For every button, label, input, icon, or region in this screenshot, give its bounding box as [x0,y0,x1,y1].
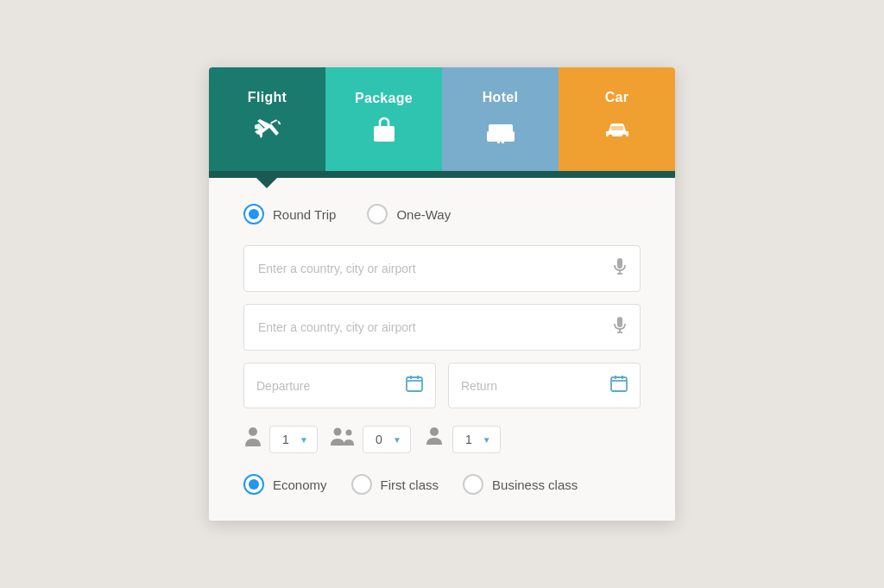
departure-calendar-icon [406,375,423,396]
one-way-radio[interactable] [367,204,388,224]
round-trip-option[interactable]: Round Trip [243,204,336,224]
children-dropdown-arrow: ▼ [393,435,401,445]
tab-hotel[interactable]: Hotel [442,67,559,171]
tab-car-label: Car [605,90,629,105]
children-icon [330,426,356,453]
destination-field[interactable] [243,304,641,351]
first-class-label: First class [381,477,439,492]
return-field[interactable]: Return [448,363,641,408]
svg-point-9 [622,134,626,138]
return-calendar-icon [610,375,628,396]
svg-point-4 [494,126,498,130]
infants-dropdown-arrow: ▼ [483,435,491,445]
trip-type-row: Round Trip One-Way [243,204,641,224]
car-icon [602,114,633,149]
infants-count: 1 [462,433,476,446]
economy-option[interactable]: Economy [243,474,327,495]
one-way-option[interactable]: One-Way [367,204,451,224]
tab-active-bar [209,171,675,178]
svg-point-27 [345,430,351,436]
round-trip-radio[interactable] [243,204,264,224]
infants-group: 1 ▼ [423,426,501,453]
one-way-label: One-Way [396,207,451,222]
tab-flight[interactable]: Flight [209,67,325,171]
return-placeholder: Return [461,379,497,393]
destination-input[interactable] [258,320,614,334]
adult-icon [243,426,262,453]
svg-rect-6 [497,140,500,143]
svg-point-25 [249,427,257,436]
svg-rect-0 [374,126,395,142]
svg-point-26 [333,428,341,436]
tab-car[interactable]: Car [559,67,675,171]
economy-dot [249,479,259,490]
date-row: Departure Return [243,363,641,408]
infant-icon [423,426,445,453]
tab-package[interactable]: Package [325,67,442,171]
hotel-icon [485,114,516,149]
origin-input[interactable] [258,262,614,275]
children-count: 0 [372,433,386,446]
svg-rect-7 [502,140,504,143]
tab-hotel-label: Hotel [483,90,519,105]
svg-rect-14 [617,317,622,327]
tab-flight-label: Flight [248,90,287,105]
svg-rect-17 [407,377,422,391]
business-class-radio[interactable] [463,474,483,495]
round-trip-dot [249,209,259,219]
svg-rect-11 [617,258,622,269]
svg-point-28 [430,427,439,436]
business-class-label: Business class [492,477,578,492]
children-group: 0 ▼ [330,426,411,453]
origin-field[interactable] [243,245,641,292]
economy-radio[interactable] [243,474,264,495]
svg-point-8 [608,134,612,138]
departure-placeholder: Departure [256,379,310,393]
tab-package-label: Package [355,91,413,106]
infants-select[interactable]: 1 ▼ [452,426,501,453]
package-icon [369,115,399,149]
adult-dropdown-arrow: ▼ [300,435,308,445]
round-trip-label: Round Trip [273,207,336,222]
destination-mic-icon [614,317,626,338]
adult-select[interactable]: 1 ▼ [269,426,318,453]
passengers-row: 1 ▼ 0 ▼ [243,426,641,453]
tab-bar: Flight Package Hotel [209,67,675,171]
cabin-class-row: Economy First class Business class [243,474,641,495]
children-select[interactable]: 0 ▼ [363,426,411,453]
svg-rect-21 [611,377,627,391]
origin-mic-icon [614,258,626,279]
first-class-option[interactable]: First class [351,474,439,495]
svg-rect-5 [502,126,510,131]
departure-field[interactable]: Departure [243,363,436,408]
form-body: Round Trip One-Way [209,178,675,521]
economy-label: Economy [273,477,327,492]
svg-rect-10 [611,126,623,130]
flight-icon [252,114,283,149]
svg-rect-1 [382,130,387,133]
adult-group: 1 ▼ [243,426,318,453]
first-class-radio[interactable] [351,474,372,495]
business-class-option[interactable]: Business class [463,474,578,495]
tab-pointer [256,178,277,188]
adult-count: 1 [279,433,293,446]
booking-card: Flight Package Hotel [209,67,675,521]
